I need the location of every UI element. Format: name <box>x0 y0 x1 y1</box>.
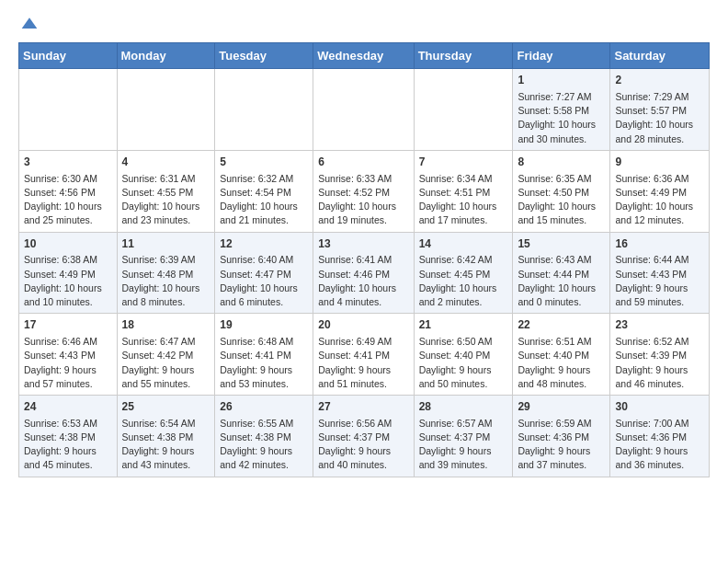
day-info: Sunrise: 6:46 AM Sunset: 4:43 PM Dayligh… <box>24 335 112 391</box>
day-number: 20 <box>318 317 408 333</box>
day-info: Sunrise: 6:31 AM Sunset: 4:55 PM Dayligh… <box>122 172 210 228</box>
calendar-cell: 17Sunrise: 6:46 AM Sunset: 4:43 PM Dayli… <box>19 314 118 396</box>
day-number: 18 <box>122 317 210 333</box>
calendar-cell <box>414 69 513 151</box>
calendar-cell: 7Sunrise: 6:34 AM Sunset: 4:51 PM Daylig… <box>414 150 513 232</box>
day-info: Sunrise: 6:50 AM Sunset: 4:40 PM Dayligh… <box>419 335 508 391</box>
day-info: Sunrise: 6:39 AM Sunset: 4:48 PM Dayligh… <box>122 253 210 309</box>
day-number: 11 <box>122 236 210 252</box>
calendar-cell: 22Sunrise: 6:51 AM Sunset: 4:40 PM Dayli… <box>513 314 610 396</box>
day-number: 2 <box>615 73 704 88</box>
calendar-cell: 3Sunrise: 6:30 AM Sunset: 4:56 PM Daylig… <box>19 150 118 232</box>
day-info: Sunrise: 6:36 AM Sunset: 4:49 PM Dayligh… <box>615 172 704 228</box>
day-info: Sunrise: 7:29 AM Sunset: 5:57 PM Dayligh… <box>615 90 704 146</box>
calendar-cell: 9Sunrise: 6:36 AM Sunset: 4:49 PM Daylig… <box>610 150 710 232</box>
day-number: 9 <box>615 155 704 170</box>
calendar-week-5: 24Sunrise: 6:53 AM Sunset: 4:38 PM Dayli… <box>19 395 710 477</box>
svg-marker-0 <box>22 18 38 29</box>
day-info: Sunrise: 6:34 AM Sunset: 4:51 PM Dayligh… <box>419 172 508 228</box>
calendar-cell: 30Sunrise: 7:00 AM Sunset: 4:36 PM Dayli… <box>610 395 710 477</box>
day-info: Sunrise: 6:32 AM Sunset: 4:54 PM Dayligh… <box>220 172 308 228</box>
day-number: 30 <box>615 399 704 415</box>
day-info: Sunrise: 6:47 AM Sunset: 4:42 PM Dayligh… <box>122 335 210 391</box>
day-number: 1 <box>518 73 605 88</box>
calendar-cell: 28Sunrise: 6:57 AM Sunset: 4:37 PM Dayli… <box>414 395 513 477</box>
day-info: Sunrise: 6:53 AM Sunset: 4:38 PM Dayligh… <box>24 417 112 473</box>
logo <box>18 15 39 33</box>
day-info: Sunrise: 6:30 AM Sunset: 4:56 PM Dayligh… <box>24 172 112 228</box>
day-info: Sunrise: 6:51 AM Sunset: 4:40 PM Dayligh… <box>518 335 605 391</box>
day-number: 23 <box>615 317 704 333</box>
day-number: 3 <box>24 155 112 170</box>
page-header <box>18 15 710 33</box>
calendar-cell: 23Sunrise: 6:52 AM Sunset: 4:39 PM Dayli… <box>610 314 710 396</box>
calendar-week-4: 17Sunrise: 6:46 AM Sunset: 4:43 PM Dayli… <box>19 314 710 396</box>
day-info: Sunrise: 7:00 AM Sunset: 4:36 PM Dayligh… <box>615 417 704 473</box>
calendar-cell: 2Sunrise: 7:29 AM Sunset: 5:57 PM Daylig… <box>610 69 710 151</box>
day-number: 16 <box>615 236 704 252</box>
calendar-week-1: 1Sunrise: 7:27 AM Sunset: 5:58 PM Daylig… <box>19 69 710 151</box>
calendar-cell: 29Sunrise: 6:59 AM Sunset: 4:36 PM Dayli… <box>513 395 610 477</box>
weekday-header-monday: Monday <box>117 43 215 69</box>
day-info: Sunrise: 6:43 AM Sunset: 4:44 PM Dayligh… <box>518 253 605 309</box>
calendar-cell: 6Sunrise: 6:33 AM Sunset: 4:52 PM Daylig… <box>313 150 414 232</box>
day-number: 22 <box>518 317 605 333</box>
calendar-cell: 16Sunrise: 6:44 AM Sunset: 4:43 PM Dayli… <box>610 232 710 314</box>
day-info: Sunrise: 7:27 AM Sunset: 5:58 PM Dayligh… <box>518 90 605 146</box>
day-number: 14 <box>419 236 508 252</box>
day-number: 13 <box>318 236 408 252</box>
calendar-cell: 13Sunrise: 6:41 AM Sunset: 4:46 PM Dayli… <box>313 232 414 314</box>
calendar-cell: 19Sunrise: 6:48 AM Sunset: 4:41 PM Dayli… <box>215 314 313 396</box>
calendar-cell: 26Sunrise: 6:55 AM Sunset: 4:38 PM Dayli… <box>215 395 313 477</box>
calendar-cell: 1Sunrise: 7:27 AM Sunset: 5:58 PM Daylig… <box>513 69 610 151</box>
calendar-cell: 8Sunrise: 6:35 AM Sunset: 4:50 PM Daylig… <box>513 150 610 232</box>
day-info: Sunrise: 6:48 AM Sunset: 4:41 PM Dayligh… <box>220 335 308 391</box>
day-number: 5 <box>220 155 308 170</box>
day-info: Sunrise: 6:59 AM Sunset: 4:36 PM Dayligh… <box>518 417 605 473</box>
day-info: Sunrise: 6:40 AM Sunset: 4:47 PM Dayligh… <box>220 253 308 309</box>
day-info: Sunrise: 6:42 AM Sunset: 4:45 PM Dayligh… <box>419 253 508 309</box>
day-number: 8 <box>518 155 605 170</box>
calendar-cell: 18Sunrise: 6:47 AM Sunset: 4:42 PM Dayli… <box>117 314 215 396</box>
calendar-cell <box>215 69 313 151</box>
day-number: 26 <box>220 399 308 415</box>
calendar-cell: 4Sunrise: 6:31 AM Sunset: 4:55 PM Daylig… <box>117 150 215 232</box>
calendar-cell: 21Sunrise: 6:50 AM Sunset: 4:40 PM Dayli… <box>414 314 513 396</box>
day-number: 24 <box>24 399 112 415</box>
day-number: 10 <box>24 236 112 252</box>
day-info: Sunrise: 6:55 AM Sunset: 4:38 PM Dayligh… <box>220 417 308 473</box>
calendar-cell: 14Sunrise: 6:42 AM Sunset: 4:45 PM Dayli… <box>414 232 513 314</box>
calendar-cell: 15Sunrise: 6:43 AM Sunset: 4:44 PM Dayli… <box>513 232 610 314</box>
weekday-header-friday: Friday <box>513 43 610 69</box>
calendar-cell: 12Sunrise: 6:40 AM Sunset: 4:47 PM Dayli… <box>215 232 313 314</box>
day-info: Sunrise: 6:35 AM Sunset: 4:50 PM Dayligh… <box>518 172 605 228</box>
calendar-cell <box>19 69 118 151</box>
calendar-header: SundayMondayTuesdayWednesdayThursdayFrid… <box>19 43 710 69</box>
weekday-header-thursday: Thursday <box>414 43 513 69</box>
calendar-cell: 27Sunrise: 6:56 AM Sunset: 4:37 PM Dayli… <box>313 395 414 477</box>
calendar-cell: 11Sunrise: 6:39 AM Sunset: 4:48 PM Dayli… <box>117 232 215 314</box>
day-info: Sunrise: 6:44 AM Sunset: 4:43 PM Dayligh… <box>615 253 704 309</box>
day-number: 28 <box>419 399 508 415</box>
calendar-cell: 24Sunrise: 6:53 AM Sunset: 4:38 PM Dayli… <box>19 395 118 477</box>
day-number: 19 <box>220 317 308 333</box>
calendar-week-2: 3Sunrise: 6:30 AM Sunset: 4:56 PM Daylig… <box>19 150 710 232</box>
day-number: 27 <box>318 399 408 415</box>
day-info: Sunrise: 6:33 AM Sunset: 4:52 PM Dayligh… <box>318 172 408 228</box>
day-info: Sunrise: 6:49 AM Sunset: 4:41 PM Dayligh… <box>318 335 408 391</box>
day-info: Sunrise: 6:38 AM Sunset: 4:49 PM Dayligh… <box>24 253 112 309</box>
logo-text <box>18 15 39 33</box>
day-number: 6 <box>318 155 408 170</box>
day-info: Sunrise: 6:57 AM Sunset: 4:37 PM Dayligh… <box>419 417 508 473</box>
calendar-cell: 10Sunrise: 6:38 AM Sunset: 4:49 PM Dayli… <box>19 232 118 314</box>
weekday-header-tuesday: Tuesday <box>215 43 313 69</box>
weekday-header-row: SundayMondayTuesdayWednesdayThursdayFrid… <box>19 43 710 69</box>
day-number: 4 <box>122 155 210 170</box>
day-info: Sunrise: 6:41 AM Sunset: 4:46 PM Dayligh… <box>318 253 408 309</box>
day-number: 29 <box>518 399 605 415</box>
calendar-cell: 20Sunrise: 6:49 AM Sunset: 4:41 PM Dayli… <box>313 314 414 396</box>
day-number: 17 <box>24 317 112 333</box>
day-number: 15 <box>518 236 605 252</box>
day-info: Sunrise: 6:52 AM Sunset: 4:39 PM Dayligh… <box>615 335 704 391</box>
day-number: 21 <box>419 317 508 333</box>
